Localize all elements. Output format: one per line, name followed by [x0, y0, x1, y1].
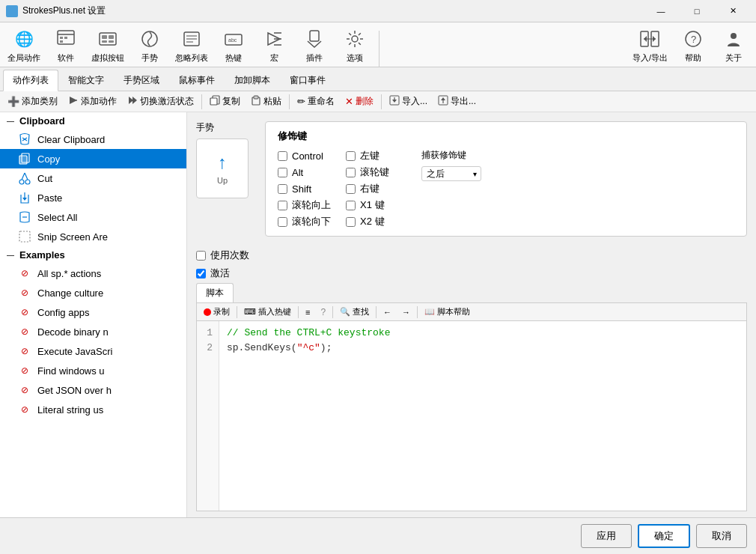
activate-label: 激活: [210, 267, 230, 280]
toolbar-ignore-list[interactable]: 忽略列表: [171, 25, 213, 67]
toolbar-plugin[interactable]: 插件: [295, 25, 334, 67]
toolbar-global-action-label: 全局动作: [7, 52, 40, 64]
toolbar-global-action[interactable]: 🌐 全局动作: [3, 25, 45, 67]
toolbar-gesture-label: 手势: [141, 52, 158, 64]
decode-binary-icon: ⊘: [18, 325, 31, 338]
tab-action-list[interactable]: 动作列表: [3, 70, 58, 91]
tab-smart-text[interactable]: 智能文字: [58, 70, 114, 91]
copy-button[interactable]: 复制: [205, 93, 245, 110]
tab-unload-script[interactable]: 加卸脚本: [225, 70, 280, 91]
capture-select[interactable]: 之后 之前 忽略: [421, 166, 481, 181]
sidebar-item-change-culture[interactable]: ⊘ Change culture: [0, 283, 186, 302]
bottom-bar: 应用 确定 取消: [0, 517, 756, 554]
maximize-button[interactable]: □: [680, 0, 714, 22]
scroll-up-checkbox[interactable]: [278, 201, 287, 210]
svg-rect-38: [254, 96, 258, 99]
add-class-button[interactable]: ➕ 添加类别: [3, 93, 62, 110]
code-content[interactable]: // Send the CTRL+C keystroke sp.SendKeys…: [219, 321, 746, 511]
help2-button[interactable]: ?: [317, 305, 329, 319]
use-count-checkbox[interactable]: [196, 251, 206, 261]
activate-checkbox[interactable]: [196, 269, 206, 278]
toolbar-software[interactable]: 软件: [46, 25, 85, 67]
toggle-active-button[interactable]: 切换激活状态: [123, 93, 198, 110]
toolbar-macro[interactable]: 宏: [254, 25, 293, 67]
shift-checkbox[interactable]: [278, 184, 287, 194]
sidebar-item-cut[interactable]: Cut: [0, 168, 186, 188]
code-editor[interactable]: 1 2 // Send the CTRL+C keystroke sp.Send…: [196, 321, 747, 511]
scroll-checkbox[interactable]: [346, 168, 356, 177]
import-button[interactable]: 导入...: [385, 93, 432, 110]
sidebar-item-all-sp[interactable]: ⊘ All sp.* actions: [0, 264, 186, 283]
sidebar-item-find-windows[interactable]: ⊘ Find windows u: [0, 361, 186, 380]
add-action-button[interactable]: 添加动作: [64, 93, 121, 110]
script-help-label: 脚本帮助: [437, 306, 470, 317]
checkbox-area: 使用次数 激活: [187, 246, 756, 283]
sidebar-item-decode-binary[interactable]: ⊘ Decode binary n: [0, 322, 186, 341]
execute-js-label: Execute JavaScri: [37, 346, 112, 357]
virtual-btn-icon: [96, 27, 120, 51]
clear-clipboard-label: Clear Clipboard: [37, 134, 105, 145]
right-checkbox[interactable]: [346, 184, 356, 194]
svg-line-52: [25, 173, 28, 180]
alt-checkbox[interactable]: [278, 168, 287, 177]
clipboard-collapse[interactable]: —: [6, 117, 15, 126]
sidebar-item-literal-string[interactable]: ⊘ Literal string us: [0, 400, 186, 419]
script-tab-main[interactable]: 脚本: [196, 283, 234, 302]
script-tab-bar: 脚本: [196, 283, 747, 303]
toolbar-gesture[interactable]: 手势: [130, 25, 169, 67]
format-button[interactable]: ≡: [302, 306, 314, 318]
left-checkbox[interactable]: [346, 151, 356, 161]
import-icon: [389, 95, 400, 108]
sidebar-item-paste[interactable]: Paste: [0, 188, 186, 207]
insert-hotkey-button[interactable]: ⌨ 插入热键: [240, 305, 295, 319]
rename-button[interactable]: ✏ 重命名: [293, 93, 339, 110]
close-button[interactable]: ✕: [716, 0, 750, 22]
modifier-alt: Alt: [278, 165, 331, 179]
toolbar-hotkey[interactable]: abc 热键: [214, 25, 253, 67]
sidebar: — Clipboard Clear Clipboard Copy Cut: [0, 112, 187, 517]
back-button[interactable]: ←: [379, 306, 395, 318]
minimize-button[interactable]: —: [644, 0, 678, 22]
toolbar-import-export[interactable]: 导入/导出: [628, 25, 672, 67]
right-label: 右键: [360, 182, 379, 195]
tab-mouse-event[interactable]: 鼠标事件: [169, 70, 225, 91]
toolbar-options[interactable]: 选项: [335, 25, 374, 67]
x2-checkbox[interactable]: [346, 217, 356, 227]
config-apps-label: Config apps: [37, 307, 89, 318]
toolbar-help[interactable]: ? 帮助: [674, 25, 713, 67]
toolbar-about[interactable]: 关于: [714, 25, 753, 67]
line-numbers: 1 2: [197, 321, 219, 511]
forward-button[interactable]: →: [398, 306, 414, 318]
paste-button[interactable]: 粘贴: [246, 93, 286, 110]
cancel-button[interactable]: 取消: [696, 524, 747, 548]
record-button[interactable]: 录制: [200, 305, 234, 319]
toolbar-virtual-btn[interactable]: 虚拟按钮: [87, 25, 129, 67]
toolbar-help-label: 帮助: [685, 52, 701, 64]
export-icon: [438, 95, 448, 108]
x1-checkbox[interactable]: [346, 201, 356, 210]
add-action-icon: [68, 95, 79, 108]
decode-binary-label: Decode binary n: [37, 326, 109, 338]
find-button[interactable]: 🔍 查找: [336, 305, 373, 319]
macro-icon: [262, 27, 286, 51]
control-checkbox[interactable]: [278, 151, 287, 161]
sidebar-item-copy[interactable]: Copy: [0, 149, 186, 168]
copy-sidebar-icon: [18, 152, 31, 165]
sidebar-item-execute-js[interactable]: ⊘ Execute JavaScri: [0, 341, 186, 361]
apply-button[interactable]: 应用: [581, 524, 632, 548]
sidebar-item-snip[interactable]: Snip Screen Are: [0, 227, 186, 246]
tab-window-event[interactable]: 窗口事件: [280, 70, 335, 91]
sidebar-item-select-all[interactable]: Select All: [0, 207, 186, 227]
svg-text:?: ?: [691, 34, 696, 45]
export-button[interactable]: 导出...: [433, 93, 481, 110]
ok-button[interactable]: 确定: [638, 524, 690, 548]
script-help-button[interactable]: 📖 脚本帮助: [421, 305, 474, 319]
sidebar-item-config-apps[interactable]: ⊘ Config apps: [0, 302, 186, 322]
scroll-down-checkbox[interactable]: [278, 217, 287, 227]
sidebar-item-get-json[interactable]: ⊘ Get JSON over h: [0, 380, 186, 400]
get-json-icon: ⊘: [18, 383, 31, 397]
sidebar-item-clear-clipboard[interactable]: Clear Clipboard: [0, 130, 186, 149]
delete-button[interactable]: ✕ 删除: [341, 93, 378, 110]
tab-gesture-area[interactable]: 手势区域: [114, 70, 169, 91]
examples-collapse[interactable]: —: [6, 251, 15, 260]
